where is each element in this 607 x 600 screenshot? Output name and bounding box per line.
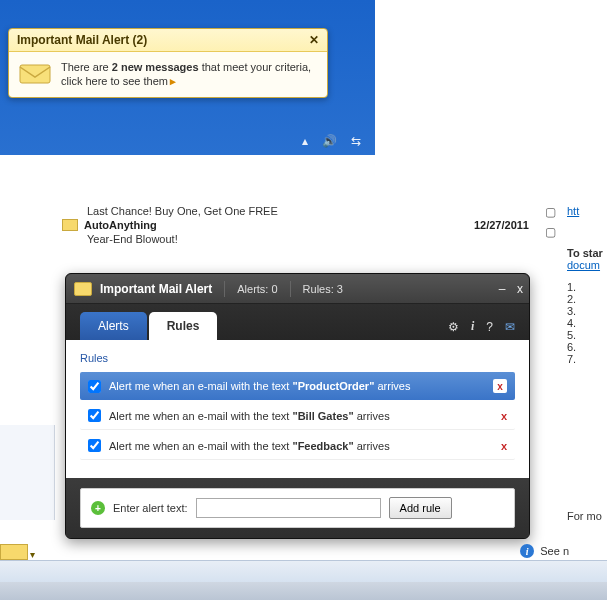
tab-bar: Alerts Rules ⚙ i ? ✉ <box>66 304 529 340</box>
envelope-icon <box>62 219 78 231</box>
important-mail-alert-panel: Important Mail Alert Alerts: 0 Rules: 3 … <box>65 273 530 539</box>
rule-suffix: arrives <box>374 380 410 392</box>
link-fragment[interactable]: docum <box>567 259 607 271</box>
separator <box>224 281 225 297</box>
info-tip[interactable]: i See n <box>520 544 569 558</box>
rule-keyword: "Feedback" <box>292 440 353 452</box>
alert-text-input[interactable] <box>196 498 381 518</box>
tray-up-icon[interactable]: ▴ <box>302 134 308 148</box>
mail-alert-toast[interactable]: Important Mail Alert (2) ✕ There are 2 n… <box>8 28 328 98</box>
envelope-icon <box>19 62 51 86</box>
rule-keyword: "Bill Gates" <box>292 410 353 422</box>
mail-sender: AutoAnything <box>84 219 157 231</box>
rule-suffix: arrives <box>354 440 390 452</box>
info-text-fragment: See n <box>540 545 569 557</box>
toast-body[interactable]: There are 2 new messages that meet your … <box>9 52 327 97</box>
add-rule-bar: + Enter alert text: Add rule <box>80 488 515 528</box>
list-num: 6. <box>567 341 607 353</box>
toast-msg-bold: 2 new messages <box>112 61 199 73</box>
chevron-right-icon: ▸ <box>170 75 176 87</box>
heading-fragment: To star <box>567 247 607 259</box>
text-fragment: For mo <box>567 510 607 522</box>
list-num: 4. <box>567 317 607 329</box>
delete-rule-icon[interactable]: x <box>501 440 507 452</box>
mail-subject: Year-End Blowout! <box>62 233 537 245</box>
rule-checkbox[interactable] <box>88 439 101 452</box>
rule-checkbox[interactable] <box>88 380 101 393</box>
status-bar-upper <box>0 560 607 582</box>
add-rule-button[interactable]: Add rule <box>389 497 452 519</box>
mail-list: Last Chance! Buy One, Get One FREE AutoA… <box>62 205 537 245</box>
right-cutoff-text: htt To star docum 1. 2. 3. 4. 5. 6. 7. <box>567 205 607 485</box>
panel-footer: + Enter alert text: Add rule <box>66 478 529 538</box>
delete-rule-icon[interactable]: x <box>501 410 507 422</box>
flag-icon[interactable]: ▢ <box>545 225 556 239</box>
envelope-icon <box>74 282 92 296</box>
rule-prefix: Alert me when an e-mail with the text <box>109 380 292 392</box>
close-icon[interactable]: ✕ <box>309 33 319 47</box>
close-button[interactable]: x <box>511 282 529 296</box>
link-fragment[interactable]: htt <box>567 205 607 217</box>
mail-icon[interactable]: ✉ <box>505 320 515 334</box>
network-icon[interactable]: ⇆ <box>351 134 361 148</box>
mail-row[interactable]: AutoAnything 12/27/2011 <box>62 217 537 233</box>
list-num: 3. <box>567 305 607 317</box>
toast-message: There are 2 new messages that meet your … <box>61 60 317 89</box>
desktop-background: Important Mail Alert (2) ✕ There are 2 n… <box>0 0 375 155</box>
separator <box>290 281 291 297</box>
minimize-button[interactable]: – <box>493 282 511 296</box>
volume-icon[interactable]: 🔊 <box>322 134 337 148</box>
help-icon[interactable]: ? <box>486 320 493 334</box>
enter-alert-label: Enter alert text: <box>113 502 188 514</box>
rule-prefix: Alert me when an e-mail with the text <box>109 410 292 422</box>
rule-text: Alert me when an e-mail with the text "F… <box>109 440 390 452</box>
toast-title-text: Important Mail Alert (2) <box>17 33 147 47</box>
rules-count: Rules: 3 <box>303 283 343 295</box>
status-bar-lower <box>0 582 607 600</box>
gear-icon[interactable]: ⚙ <box>448 320 459 334</box>
rule-checkbox[interactable] <box>88 409 101 422</box>
mail-subject-prev: Last Chance! Buy One, Get One FREE <box>62 205 537 217</box>
section-label: Rules <box>80 352 515 364</box>
system-tray: ▴ 🔊 ⇆ <box>288 127 375 155</box>
list-num: 5. <box>567 329 607 341</box>
toast-titlebar: Important Mail Alert (2) ✕ <box>9 29 327 52</box>
toast-msg-prefix: There are <box>61 61 112 73</box>
chevron-down-icon[interactable]: ▾ <box>30 549 35 560</box>
panel-title: Important Mail Alert <box>100 282 212 296</box>
rule-row[interactable]: Alert me when an e-mail with the text "P… <box>80 372 515 400</box>
info-icon: i <box>520 544 534 558</box>
mail-flag-column: ▢ ▢ <box>545 205 556 239</box>
rule-prefix: Alert me when an e-mail with the text <box>109 440 292 452</box>
list-num: 2. <box>567 293 607 305</box>
rule-row[interactable]: Alert me when an e-mail with the text "F… <box>80 432 515 460</box>
list-num: 1. <box>567 281 607 293</box>
outlook-nav-fragment-top <box>0 205 55 275</box>
tab-rules[interactable]: Rules <box>149 312 218 340</box>
flag-icon[interactable]: ▢ <box>545 205 556 219</box>
outlook-nav-fragment <box>0 425 55 520</box>
rule-text: Alert me when an e-mail with the text "B… <box>109 410 390 422</box>
tab-alerts[interactable]: Alerts <box>80 312 147 340</box>
svg-rect-0 <box>20 65 50 83</box>
rules-body: Rules Alert me when an e-mail with the t… <box>66 340 529 478</box>
rule-row[interactable]: Alert me when an e-mail with the text "B… <box>80 402 515 430</box>
rule-suffix: arrives <box>354 410 390 422</box>
outlook-shortcut-icon[interactable] <box>0 544 28 560</box>
rule-keyword: "ProductOrder" <box>292 380 374 392</box>
info-icon[interactable]: i <box>471 319 474 334</box>
panel-titlebar[interactable]: Important Mail Alert Alerts: 0 Rules: 3 … <box>66 274 529 304</box>
alerts-count: Alerts: 0 <box>237 283 277 295</box>
delete-rule-icon[interactable]: x <box>493 379 507 393</box>
list-num: 7. <box>567 353 607 365</box>
plus-icon: + <box>91 501 105 515</box>
mail-date: 12/27/2011 <box>474 219 537 231</box>
rule-text: Alert me when an e-mail with the text "P… <box>109 380 410 392</box>
